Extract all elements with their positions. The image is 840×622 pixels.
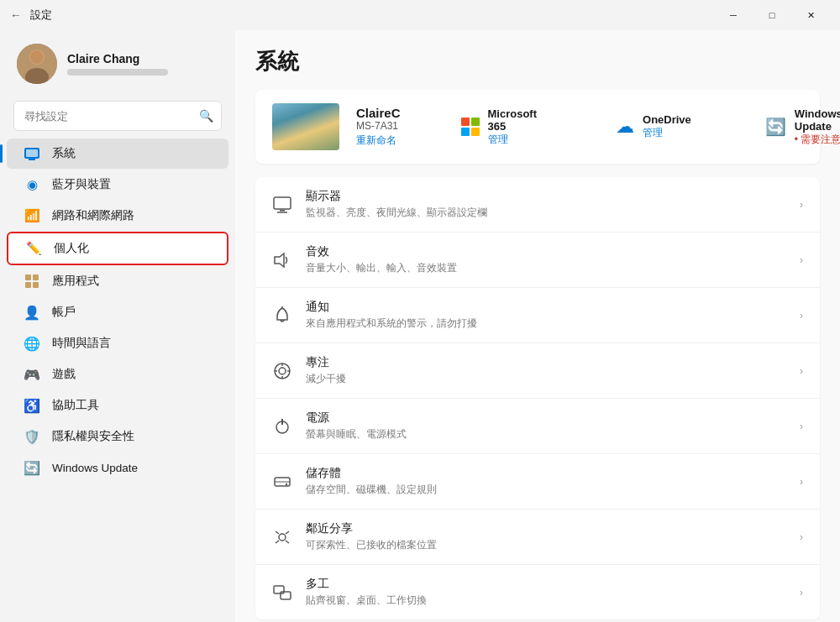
- user-name: Claire Chang: [67, 52, 168, 65]
- ms365-app: Microsoft 365 管理: [448, 107, 556, 147]
- title-bar-left: ← 設定: [10, 8, 52, 23]
- svg-rect-9: [25, 282, 31, 288]
- back-icon[interactable]: ←: [10, 8, 22, 22]
- title-bar: ← 設定 ─ □ ✕: [0, 0, 840, 30]
- pc-name: ClaireC: [356, 106, 401, 120]
- sidebar-item-network[interactable]: 📶 網路和網際網路: [7, 201, 228, 231]
- focus-text: 專注 減少干擾: [306, 355, 786, 386]
- sidebar-label-bluetooth: 藍牙與裝置: [52, 177, 111, 192]
- ms365-label-group: Microsoft 365 管理: [488, 107, 543, 147]
- onedrive-action[interactable]: 管理: [643, 126, 691, 140]
- svg-point-17: [279, 368, 286, 374]
- sidebar-item-accessibility[interactable]: ♿ 協助工具: [7, 390, 228, 421]
- svg-rect-8: [33, 274, 39, 280]
- notification-icon: [272, 306, 292, 326]
- ms365-title: Microsoft 365: [488, 107, 543, 133]
- ms365-icon: [461, 115, 480, 139]
- settings-item-multitask[interactable]: 多工 貼齊視窗、桌面、工作切換 ›: [255, 565, 820, 619]
- sidebar-label-network: 網路和網際網路: [52, 208, 134, 223]
- ms365-grid: [461, 118, 480, 136]
- sidebar-item-personalization[interactable]: ✏️ 個人化: [7, 232, 228, 265]
- sound-text: 音效 音量大小、輸出、輸入、音效裝置: [306, 244, 786, 275]
- sidebar-label-gaming: 遊戲: [52, 367, 76, 382]
- sidebar-label-accounts: 帳戶: [52, 305, 76, 320]
- sidebar: Claire Chang 🔍 系統 ◉ 藍牙與裝置: [0, 30, 235, 622]
- focus-chevron: ›: [800, 365, 803, 377]
- sidebar-item-gaming[interactable]: 🎮 遊戲: [7, 359, 228, 389]
- sidebar-item-accounts[interactable]: 👤 帳戶: [7, 297, 228, 327]
- settings-item-power[interactable]: 電源 螢幕與睡眠、電源模式 ›: [255, 399, 820, 454]
- windows-update-spin-icon: 🔄: [765, 117, 786, 137]
- power-title: 電源: [306, 410, 786, 426]
- sidebar-label-privacy: 隱私權與安全性: [52, 429, 134, 444]
- content-area: 系統 ClaireC MS-7A31 重新命名: [235, 30, 840, 622]
- sidebar-item-apps[interactable]: 應用程式: [7, 266, 228, 296]
- settings-item-focus[interactable]: 專注 減少干擾 ›: [255, 343, 820, 399]
- sidebar-label-apps: 應用程式: [52, 274, 99, 289]
- maximize-button[interactable]: □: [753, 2, 791, 29]
- sidebar-item-windows-update[interactable]: 🔄 Windows Update: [7, 452, 228, 483]
- sidebar-item-bluetooth[interactable]: ◉ 藍牙與裝置: [7, 170, 228, 200]
- nearby-text: 鄰近分享 可探索性、已接收的檔案位置: [306, 521, 786, 552]
- svg-point-27: [279, 534, 286, 541]
- sidebar-label-time: 時間與語言: [52, 336, 111, 351]
- svg-rect-12: [280, 210, 285, 212]
- display-title: 顯示器: [306, 189, 786, 204]
- privacy-icon: 🛡️: [24, 428, 40, 445]
- personalization-icon: ✏️: [25, 240, 42, 257]
- minimize-button[interactable]: ─: [714, 2, 753, 29]
- sound-desc: 音量大小、輸出、輸入、音效裝置: [306, 261, 786, 275]
- ms365-cell-4: [471, 128, 480, 136]
- accounts-icon: 👤: [24, 304, 40, 321]
- pc-thumbnail-image: [272, 103, 339, 150]
- search-input[interactable]: [13, 101, 222, 131]
- ms365-action[interactable]: 管理: [488, 133, 543, 147]
- windows-update-label-group: Windows Update • 需要注意: [795, 107, 840, 147]
- sidebar-item-privacy[interactable]: 🛡️ 隱私權與安全性: [7, 421, 228, 452]
- sidebar-item-time[interactable]: 🌐 時間與語言: [7, 328, 228, 358]
- settings-item-display[interactable]: 顯示器 監視器、亮度、夜間光線、顯示器設定欄 ›: [255, 177, 820, 233]
- focus-desc: 減少干擾: [306, 372, 786, 386]
- settings-item-nearby[interactable]: 鄰近分享 可探索性、已接收的檔案位置 ›: [255, 510, 820, 565]
- nearby-chevron: ›: [800, 531, 803, 543]
- sound-title: 音效: [306, 244, 786, 259]
- sidebar-nav: 系統 ◉ 藍牙與裝置 📶 網路和網際網路 ✏️ 個人化: [0, 138, 235, 483]
- avatar: [17, 44, 57, 84]
- svg-marker-14: [275, 254, 284, 267]
- search-box: 🔍: [13, 101, 222, 131]
- notification-desc: 來自應用程式和系統的警示，請勿打擾: [306, 316, 786, 331]
- close-button[interactable]: ✕: [791, 2, 830, 29]
- power-desc: 螢幕與睡眠、電源模式: [306, 427, 786, 442]
- storage-icon: [272, 472, 292, 492]
- settings-item-notification[interactable]: 通知 來自應用程式和系統的警示，請勿打擾 ›: [255, 288, 820, 343]
- svg-point-26: [286, 483, 287, 484]
- notification-title: 通知: [306, 300, 786, 315]
- onedrive-app: ☁ OneDrive 管理: [602, 113, 705, 140]
- accessibility-icon: ♿: [24, 397, 40, 414]
- nearby-title: 鄰近分享: [306, 521, 786, 536]
- nearby-icon: [272, 527, 292, 547]
- sidebar-label-windows-update: Windows Update: [52, 462, 138, 474]
- pc-thumbnail: [272, 103, 339, 150]
- user-info: Claire Chang: [67, 52, 168, 76]
- windows-update-title: Windows Update: [795, 107, 840, 133]
- apps-icon: [24, 273, 40, 290]
- onedrive-icon: ☁: [616, 116, 634, 138]
- power-text: 電源 螢幕與睡眠、電源模式: [306, 410, 786, 442]
- network-icon: 📶: [24, 207, 40, 224]
- settings-item-sound[interactable]: 音效 音量大小、輸出、輸入、音效裝置 ›: [255, 233, 820, 288]
- display-chevron: ›: [800, 199, 803, 211]
- sound-chevron: ›: [800, 254, 803, 266]
- windows-update-note[interactable]: • 需要注意: [795, 133, 840, 147]
- settings-item-storage[interactable]: 儲存體 儲存空間、磁碟機、設定規則 ›: [255, 454, 820, 510]
- user-profile: Claire Chang: [0, 30, 235, 97]
- ms365-cell-1: [461, 118, 470, 126]
- storage-desc: 儲存空間、磁碟機、設定規則: [306, 483, 786, 497]
- sidebar-item-system[interactable]: 系統: [7, 139, 228, 169]
- focus-icon: [272, 361, 292, 381]
- pc-rename-link[interactable]: 重新命名: [356, 133, 401, 148]
- onedrive-title: OneDrive: [643, 113, 691, 126]
- nearby-desc: 可探索性、已接收的檔案位置: [306, 538, 786, 552]
- title-bar-title: 設定: [30, 8, 52, 23]
- windows-update-icon: 🔄: [24, 459, 40, 476]
